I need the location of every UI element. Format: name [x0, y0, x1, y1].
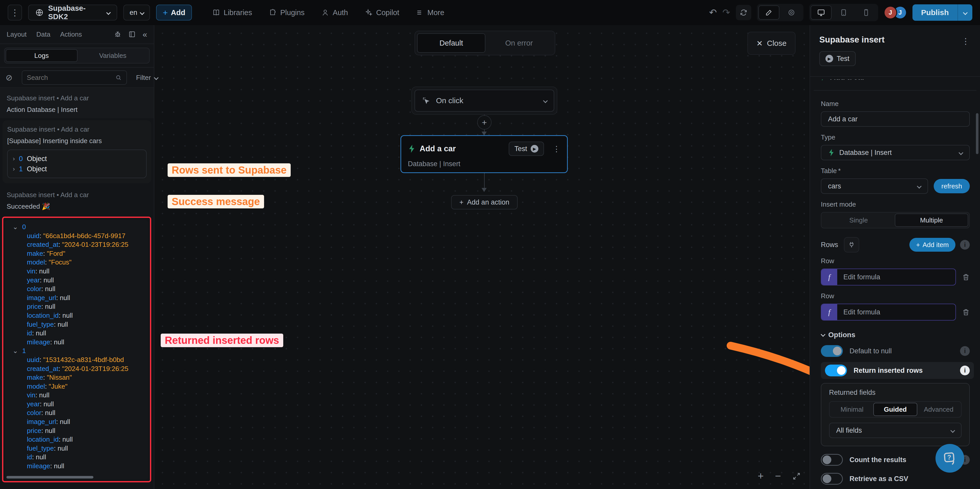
info-icon[interactable]: i [960, 366, 970, 375]
json-field-line: mileage: null [5, 462, 148, 471]
action-node-add-a-car[interactable]: Add a car Test ▶ ⋮ Database | Insert [401, 135, 568, 173]
tab-data[interactable]: Data [37, 30, 50, 38]
log-entry[interactable]: Supabase insert • Add a car [Supabase] I… [3, 120, 151, 183]
object-preview-row[interactable]: › 1 Object [13, 164, 141, 174]
nav-auth[interactable]: Auth [321, 8, 348, 17]
debug-bug-icon[interactable] [114, 30, 121, 38]
json-result-tree[interactable]: ⌄0uuid: "66ca1bd4-b6dc-457d-9917created_… [5, 220, 148, 479]
info-icon[interactable]: i [960, 346, 970, 356]
desktop-device-button[interactable] [811, 5, 832, 20]
zoom-in-button[interactable]: + [758, 470, 764, 482]
preview-mode-button[interactable] [781, 5, 802, 20]
row-formula-input[interactable]: f Edit formula [821, 304, 956, 320]
returned-fields-minimal[interactable]: Minimal [830, 403, 873, 416]
sync-button[interactable] [736, 5, 751, 20]
language-selector[interactable]: en [123, 5, 150, 21]
trigger-node-on-click[interactable]: On click [415, 89, 554, 111]
tab-on-error[interactable]: On error [485, 33, 553, 53]
log-entry[interactable]: Supabase insert • Add a car Succeeded 🎉 [0, 183, 154, 215]
action-section-header-clipped[interactable]: Add a car [814, 80, 977, 91]
avatar[interactable]: J [884, 6, 897, 19]
return-inserted-rows-toggle[interactable] [825, 365, 847, 376]
tab-actions[interactable]: Actions [60, 30, 82, 38]
json-field-line: make: "Ford" [5, 249, 148, 258]
log-search[interactable] [22, 70, 127, 85]
tab-default[interactable]: Default [417, 33, 485, 53]
returned-fields-select[interactable]: All fields [829, 423, 962, 438]
insert-mode-single[interactable]: Single [822, 213, 895, 227]
close-workflow-button[interactable]: ✕ Close [748, 32, 795, 55]
scrollbar-thumb[interactable] [6, 476, 93, 478]
language-code: en [129, 9, 137, 17]
nav-copilot[interactable]: Copilot [365, 8, 399, 17]
add-an-action-button[interactable]: + Add an action [451, 195, 518, 209]
add-item-button[interactable]: + Add item [909, 238, 955, 252]
redo-button[interactable]: ↷ [722, 7, 730, 18]
test-workflow-button[interactable]: ▶ Test [819, 51, 856, 66]
publish-button[interactable]: Publish [912, 4, 958, 21]
help-chat-button[interactable]: ? [935, 444, 964, 473]
retrieve-csv-toggle[interactable] [821, 473, 843, 485]
zoom-out-button[interactable]: − [775, 470, 781, 482]
node-menu-icon[interactable]: ⋮ [553, 144, 560, 153]
project-selector[interactable]: Supabase-SDK2 [28, 5, 117, 21]
insert-mode-toggle: Single Multiple [821, 212, 970, 228]
json-field-line: location_id: null [5, 435, 148, 444]
logs-variables-toggle: Logs Variables [4, 48, 150, 64]
panel-layout-icon[interactable] [128, 30, 136, 38]
chevron-down-icon [917, 184, 921, 188]
collapse-panel-icon[interactable]: « [143, 30, 147, 39]
filter-dropdown[interactable]: Filter [136, 74, 158, 82]
panel-menu-icon[interactable]: ⋮ [962, 37, 970, 46]
type-label: Type [821, 134, 970, 141]
options-section-header[interactable]: Options [821, 331, 970, 339]
delete-row-trash-icon[interactable] [962, 273, 970, 281]
tablet-device-button[interactable] [833, 5, 854, 20]
json-object-header[interactable]: ⌄1 [5, 346, 148, 355]
info-icon[interactable]: i [960, 240, 970, 250]
bind-data-plug-icon[interactable] [844, 237, 859, 252]
tab-layout[interactable]: Layout [6, 30, 27, 38]
annotation-returned-rows: Returned inserted rows [161, 334, 283, 347]
search-icon [115, 74, 122, 81]
fit-view-icon[interactable] [792, 472, 801, 481]
undo-button[interactable]: ↶ [709, 7, 717, 18]
json-object-header[interactable]: ⌄0 [5, 223, 148, 231]
delete-row-trash-icon[interactable] [962, 308, 970, 316]
edit-mode-button[interactable] [759, 5, 780, 20]
table-select[interactable]: cars [821, 178, 928, 194]
count-results-toggle[interactable] [821, 454, 843, 466]
svg-text:?: ? [947, 454, 951, 461]
search-input[interactable] [27, 74, 113, 82]
row-formula-input[interactable]: f Edit formula [821, 269, 956, 285]
tab-variables[interactable]: Variables [78, 49, 148, 62]
object-preview-row[interactable]: › 0 Object [13, 154, 141, 164]
returned-fields-advanced[interactable]: Advanced [917, 403, 960, 416]
publish-options-button[interactable] [958, 4, 972, 21]
refresh-tables-button[interactable]: refresh [934, 179, 970, 193]
test-action-button[interactable]: Test ▶ [509, 142, 544, 156]
add-element-button[interactable]: + Add [156, 5, 192, 21]
nav-more[interactable]: More [416, 8, 444, 17]
main-menu-button[interactable]: ⋮ [8, 5, 22, 21]
vertical-scrollbar[interactable] [976, 113, 978, 154]
insert-mode-multiple[interactable]: Multiple [895, 213, 968, 227]
cursor-click-icon [422, 96, 430, 105]
left-panel: Layout Data Actions « Logs Variables ⊘ [0, 25, 154, 489]
tab-logs[interactable]: Logs [6, 49, 78, 62]
default-to-null-toggle[interactable] [821, 345, 843, 357]
type-select[interactable]: Database | Insert [821, 145, 970, 160]
returned-fields-guided[interactable]: Guided [873, 403, 917, 416]
book-icon [212, 9, 220, 16]
json-field-line: model: "Juke" [5, 382, 148, 391]
nav-plugins[interactable]: Plugins [269, 8, 304, 17]
clear-logs-icon[interactable]: ⊘ [6, 73, 13, 83]
log-entry[interactable]: Supabase insert • Add a car Action Datab… [0, 89, 154, 118]
add-step-plus-button[interactable]: + [477, 115, 492, 129]
phone-device-button[interactable] [856, 5, 877, 20]
json-field-line: image_url: null [5, 293, 148, 303]
horizontal-scrollbar[interactable] [6, 476, 138, 478]
log-entry-subtitle: Action Database | Insert [6, 106, 147, 114]
nav-libraries[interactable]: Libraries [212, 8, 252, 17]
name-input[interactable]: Add a car [821, 111, 970, 127]
